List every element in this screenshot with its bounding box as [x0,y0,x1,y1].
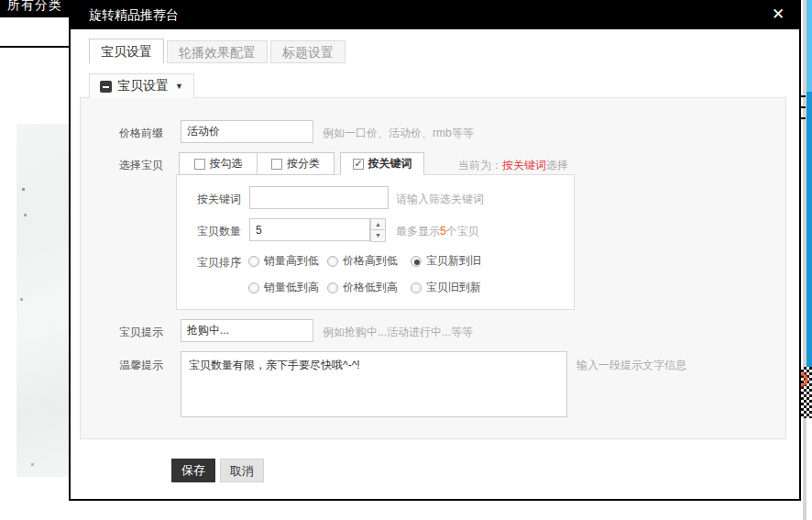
item-tip-hint: 例如抢购中...活动进行中...等等 [323,325,473,340]
dialog-tabs: 宝贝设置 轮播效果配置 标题设置 [89,39,348,63]
price-prefix-input[interactable] [181,120,313,143]
warm-tip-textarea[interactable]: 宝贝数量有限，亲下手要尽快哦^-^! [181,351,567,417]
mode-by-keyword[interactable]: 按关键词 [340,152,424,175]
qr-code-fragment [801,367,812,418]
stepper-up-icon[interactable]: ▲ [371,219,385,230]
save-button[interactable]: 保存 [171,459,215,482]
radio-icon[interactable] [327,282,338,293]
stepper-down-icon[interactable]: ▼ [371,230,385,241]
current-mode-prefix: 当前为： [458,159,502,171]
sort-options-row2: 销量低到高 价格低到高 宝贝旧到新 [248,280,481,295]
sort-new-to-old-label: 宝贝新到旧 [426,253,481,269]
sort-options-row1: 销量高到低 价格高到低 宝贝新到旧 [248,253,481,269]
section-title: 宝贝设置 [117,78,169,94]
sort-sales-asc-label: 销量低到高 [264,280,319,295]
mode-by-check[interactable]: 按勾选 [179,152,257,175]
banner-dark-blue [807,92,812,367]
mode-by-category-label: 按分类 [287,156,320,171]
dialog-titlebar: 旋转精品推荐台 ✕ [71,0,799,29]
tab-title-settings[interactable]: 标题设置 [270,40,346,63]
select-mode-tabs: 按勾选 按分类 按关键词 [179,152,424,175]
caret-down-icon: ▼ [175,82,183,91]
tab-item-settings[interactable]: 宝贝设置 [89,39,164,63]
background-category-bar: 所有分类 [0,0,69,17]
current-mode-suffix: 选择 [546,159,568,171]
section-header-item-settings[interactable]: 宝贝设置 ▼ [89,73,194,98]
dialog-title: 旋转精品推荐台 [89,7,179,22]
count-hint-number: 5 [440,225,446,238]
keyword-hint: 请输入筛选关键词 [396,192,484,207]
tab-carousel-settings[interactable]: 轮播效果配置 [167,40,268,63]
count-hint: 最多显示5个宝贝 [396,224,479,239]
count-hint-prefix: 最多显示 [396,225,440,238]
mode-by-check-label: 按勾选 [210,156,243,171]
background-divider [0,46,69,48]
count-input[interactable] [249,218,370,241]
radio-icon[interactable] [411,282,422,293]
keyword-input[interactable] [249,186,389,209]
item-tip-input[interactable] [181,319,313,342]
sort-sales-asc[interactable]: 销量低到高 [248,280,327,295]
close-icon[interactable]: ✕ [768,5,788,25]
price-prefix-label: 价格前缀 [119,126,174,141]
warm-tip-label: 温馨提示 [119,358,174,373]
mode-by-keyword-label: 按关键词 [368,156,412,171]
sort-price-desc-label: 价格高到低 [343,253,398,269]
current-mode-hint: 当前为：按关键词选择 [458,158,568,173]
sort-label: 宝贝排序 [197,255,241,271]
warm-tip-hint: 输入一段提示文字信息 [576,358,686,373]
radio-icon[interactable] [248,256,259,267]
select-mode-label: 选择宝贝 [119,158,174,173]
sort-sales-desc-label: 销量高到低 [264,253,319,269]
widget-settings-dialog: 旋转精品推荐台 ✕ 宝贝设置 轮播效果配置 标题设置 宝贝设置 ▼ 价格前缀 例… [69,0,801,501]
checkbox-icon[interactable] [194,159,205,170]
price-prefix-hint: 例如一口价、活动价、rmb等等 [323,126,474,141]
current-mode-value: 按关键词 [502,159,546,171]
sort-price-desc[interactable]: 价格高到低 [327,253,411,269]
sort-price-asc[interactable]: 价格低到高 [327,280,411,295]
mode-by-category[interactable]: 按分类 [257,152,335,175]
item-tip-label: 宝贝提示 [119,325,174,340]
sort-new-to-old[interactable]: 宝贝新到旧 [411,253,481,269]
radio-icon[interactable] [327,256,338,267]
collapse-icon[interactable] [100,81,112,93]
radio-selected-icon[interactable] [411,256,422,267]
scrollbar-grip [801,95,806,97]
banner-light-blue [807,0,812,92]
checkbox-checked-icon[interactable] [353,159,364,170]
count-label: 宝贝数量 [197,224,241,239]
sort-sales-desc[interactable]: 销量高到低 [248,253,327,269]
sort-old-to-new-label: 宝贝旧到新 [426,280,481,295]
sort-price-asc-label: 价格低到高 [343,280,398,295]
cancel-button[interactable]: 取消 [220,459,264,482]
keyword-label: 按关键词 [197,192,241,207]
sort-old-to-new[interactable]: 宝贝旧到新 [411,280,481,295]
background-banner-strip [807,0,812,520]
count-hint-suffix: 个宝贝 [446,225,479,238]
category-bar-label: 所有分类 [7,0,69,14]
count-stepper[interactable]: ▲ ▼ [370,218,386,242]
radio-icon[interactable] [248,282,259,293]
background-texture-image [16,124,69,477]
checkbox-icon[interactable] [271,159,282,170]
